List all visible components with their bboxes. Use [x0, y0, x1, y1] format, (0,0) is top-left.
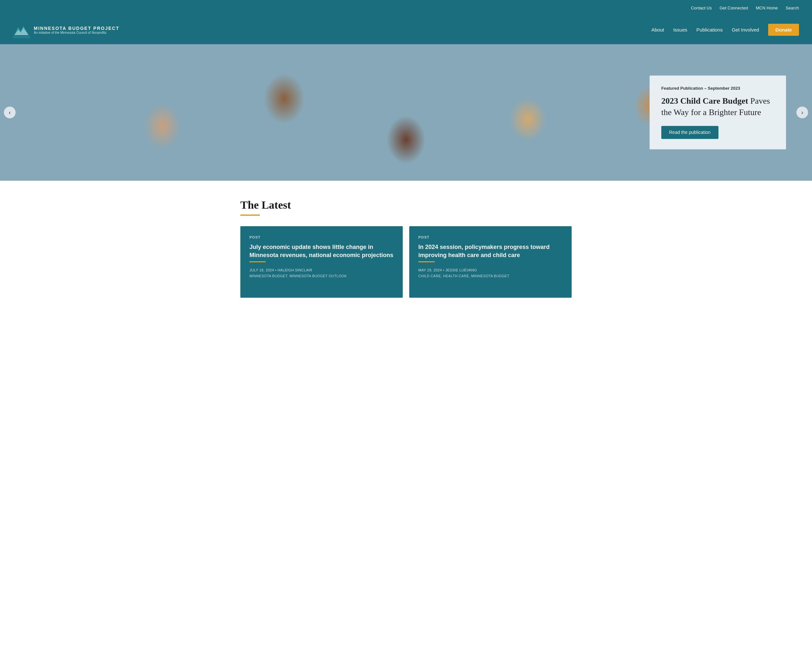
nav-donate-link[interactable]: Donate: [768, 24, 799, 36]
topbar-mcn-home-link[interactable]: MCN Home: [756, 6, 778, 11]
topbar-mcn-home[interactable]: MCN Home: [756, 5, 778, 11]
svg-rect-3: [13, 36, 30, 38]
top-bar-nav: Contact Us Get Connected MCN Home Search: [691, 5, 799, 11]
nav-publications[interactable]: Publications: [696, 27, 723, 33]
post-tags-2: CHILD CARE, HEALTH CARE, MINNESOTA BUDGE…: [418, 274, 563, 278]
hero-image: ‹ Featured Publication – September 2023 …: [0, 44, 812, 181]
nav-get-involved[interactable]: Get Involved: [732, 27, 759, 33]
topbar-get-connected[interactable]: Get Connected: [719, 5, 748, 11]
nav-get-involved-link[interactable]: Get Involved: [732, 27, 759, 32]
post-meta-2: MAY 29, 2024 • JESSIE LUÉVANO: [418, 268, 563, 272]
logo-text-block: Minnesota Budget Project An initiative o…: [34, 26, 119, 34]
hero-title-bold: 2023 Child Care Budget: [661, 96, 748, 106]
topbar-get-connected-link[interactable]: Get Connected: [719, 6, 748, 11]
post-card-1[interactable]: POST July economic update shows little c…: [240, 226, 403, 298]
topbar-search-link[interactable]: Search: [786, 6, 799, 11]
nav-about[interactable]: About: [651, 27, 664, 33]
nav-publications-link[interactable]: Publications: [696, 27, 723, 32]
logo-subtitle: An initiative of the Minnesota Council o…: [34, 31, 119, 34]
topbar-search[interactable]: Search: [786, 5, 799, 11]
featured-label: Featured Publication – September 2023: [661, 86, 774, 91]
post-type-2: POST: [418, 235, 563, 239]
main-nav: About Issues Publications Get Involved D…: [651, 27, 799, 33]
hero-title: 2023 Child Care Budget Paves the Way for…: [661, 95, 774, 118]
topbar-contact[interactable]: Contact Us: [691, 5, 712, 11]
post-title-2: In 2024 session, policymakers progress t…: [418, 243, 563, 259]
section-title: The Latest: [240, 199, 572, 211]
read-publication-button[interactable]: Read the publication: [661, 126, 719, 139]
main-header: Minnesota Budget Project An initiative o…: [0, 15, 812, 44]
hero-arrow-right[interactable]: ›: [797, 107, 808, 118]
hero-overlay-box: Featured Publication – September 2023 20…: [650, 75, 786, 149]
nav-issues-link[interactable]: Issues: [673, 27, 687, 32]
nav-donate[interactable]: Donate: [768, 27, 799, 33]
hero-section: ‹ Featured Publication – September 2023 …: [0, 44, 812, 181]
post-meta-1: JULY 18, 2024 • HALEIGH SINCLAIR: [249, 268, 394, 272]
logo-area[interactable]: Minnesota Budget Project An initiative o…: [13, 21, 119, 38]
post-title-underline-1: [249, 261, 266, 262]
logo-title: Minnesota Budget Project: [34, 26, 119, 31]
nav-issues[interactable]: Issues: [673, 27, 687, 33]
latest-grid: POST July economic update shows little c…: [240, 226, 572, 298]
logo-icon: [13, 21, 30, 38]
nav-about-link[interactable]: About: [651, 27, 664, 32]
main-nav-list: About Issues Publications Get Involved D…: [651, 27, 799, 33]
hero-arrow-left[interactable]: ‹: [4, 107, 15, 118]
topbar-contact-link[interactable]: Contact Us: [691, 6, 712, 11]
section-title-underline: [240, 214, 260, 216]
post-card-2[interactable]: POST In 2024 session, policymakers progr…: [409, 226, 572, 298]
post-title-underline-2: [418, 261, 435, 262]
top-bar: Contact Us Get Connected MCN Home Search: [0, 0, 812, 15]
post-tags-1: MINNESOTA BUDGET, MINNESOTA BUDGET OUTLO…: [249, 274, 394, 278]
post-type-1: POST: [249, 235, 394, 239]
latest-section: The Latest POST July economic update sho…: [227, 181, 585, 311]
post-title-1: July economic update shows little change…: [249, 243, 394, 259]
